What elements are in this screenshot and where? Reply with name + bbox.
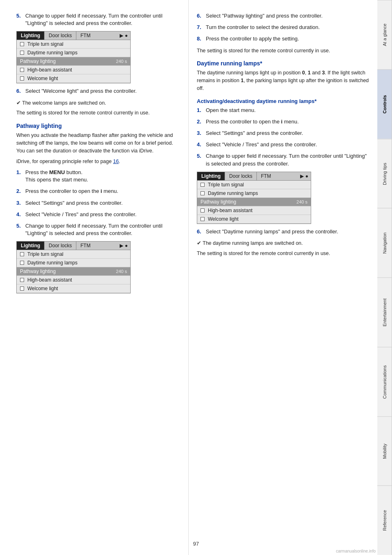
ui-checkbox-triple-3 xyxy=(200,183,205,187)
page-number: 97 xyxy=(193,541,199,547)
ui-checkbox-highbeam-1 xyxy=(20,68,24,72)
pathway-step-5-num: 5. xyxy=(16,222,24,237)
step-6-top-text: Select "Welcome light" and press the con… xyxy=(25,87,180,95)
sidebar-tab-entertainment[interactable]: Entertainment xyxy=(377,278,392,347)
ui-row-triple-1: Triple turn signal xyxy=(17,40,130,49)
ui-row-highbeam-3: High-beam assistant xyxy=(197,206,311,215)
pathway-step-1-text: Press the MENU button.This opens the sta… xyxy=(25,169,180,184)
ui-checkbox-highbeam-2 xyxy=(20,278,24,282)
ui-value-pathway-2: 240 s xyxy=(116,269,127,274)
ui-box-1: Lighting Door locks FTM ▶ ● Triple turn … xyxy=(16,31,131,83)
act-step-4: 4. Select "Vehicle / Tires" and press th… xyxy=(197,141,369,148)
ui-label-triple-2: Triple turn signal xyxy=(27,251,127,257)
act-step-3-text: Select "Settings" and press the controll… xyxy=(206,130,369,137)
ui-label-pathway-3: Pathway lighting xyxy=(200,199,296,205)
ui-checkbox-welcome-3 xyxy=(200,217,205,221)
pathway-step-5-text: Change to upper field if necessary. Turn… xyxy=(25,222,180,237)
checkmark-note-1: ✔ The welcome lamps are switched on. xyxy=(16,99,180,107)
ui-tab-lighting-3: Lighting xyxy=(197,172,225,180)
ui-tab-doorlocks-1: Door locks xyxy=(45,31,76,40)
act-step-2-text: Press the controller to open the i menu. xyxy=(206,118,369,125)
ui-tab-icons-3: ▶ ● xyxy=(298,172,311,180)
step-5-top: 5. Change to upper field if necessary. T… xyxy=(16,12,180,27)
act-step-5-num: 5. xyxy=(197,152,204,167)
pathway-step-4-num: 4. xyxy=(16,211,24,218)
ui-box-1-header: Lighting Door locks FTM ▶ ● xyxy=(17,31,130,40)
pathway-step-3-num: 3. xyxy=(16,199,24,207)
sidebar-tab-driving-tips[interactable]: Driving tips xyxy=(377,139,392,208)
ui-label-triple-1: Triple turn signal xyxy=(27,41,127,47)
left-column: 5. Change to upper field if necessary. T… xyxy=(0,0,189,555)
act-step-4-text: Select "Vehicle / Tires" and press the c… xyxy=(206,141,369,148)
step-6-top: 6. Select "Welcome light" and press the … xyxy=(16,87,180,95)
right-step-6: 6. Select "Pathway lighting" and press t… xyxy=(197,12,369,20)
pathway-step-3-text: Select "Settings" and press the controll… xyxy=(25,199,180,207)
ui-tab-ftm-1: FTM xyxy=(76,31,95,40)
right-step-8-num: 8. xyxy=(197,35,204,43)
sidebar-tab-navigation[interactable]: Navigation xyxy=(377,208,392,278)
right-step-6-text: Select "Pathway lighting" and press the … xyxy=(206,12,369,20)
ui-row-triple-3: Triple turn signal xyxy=(197,181,311,189)
act-step-2-num: 2. xyxy=(197,118,204,125)
main-content: 5. Change to upper field if necessary. T… xyxy=(0,0,377,555)
ui-row-highbeam-2: High-beam assistant xyxy=(17,276,130,284)
sidebar-tab-reference[interactable]: Reference xyxy=(377,486,392,555)
right-step-8-text: Press the controller to apply the settin… xyxy=(206,35,369,43)
ui-label-daytime-3: Daytime running lamps xyxy=(208,190,307,196)
sidebar-tab-controls[interactable]: Controls xyxy=(377,69,392,139)
ui-tab-lighting-1: Lighting xyxy=(17,31,45,40)
right-column: 6. Select "Pathway lighting" and press t… xyxy=(189,0,377,555)
ui-row-welcome-3: Welcome light xyxy=(197,215,311,224)
sidebar-tab-communications[interactable]: Communications xyxy=(377,347,392,416)
act-step-3: 3. Select "Settings" and press the contr… xyxy=(197,130,369,137)
ui-box-2-header: Lighting Door locks FTM ▶ ● xyxy=(17,242,130,250)
ui-tab-doorlocks-2: Door locks xyxy=(45,242,76,250)
ui-label-highbeam-1: High-beam assistant xyxy=(27,67,127,73)
pathway-step-2-num: 2. xyxy=(16,188,24,195)
ui-row-triple-2: Triple turn signal xyxy=(17,250,130,259)
pathway-step-3: 3. Select "Settings" and press the contr… xyxy=(16,199,180,207)
ui-row-pathway-1: Pathway lighting 240 s xyxy=(17,57,130,66)
pathway-step-2: 2. Press the controller to open the i me… xyxy=(16,188,180,195)
ui-row-pathway-3: Pathway lighting 240 s xyxy=(197,198,311,206)
section-body-pathway: When you activate the headlamp flasher a… xyxy=(16,132,180,154)
ui-checkbox-welcome-1 xyxy=(20,76,24,81)
ui-box-2: Lighting Door locks FTM ▶ ● Triple turn … xyxy=(16,241,131,293)
ui-row-highbeam-1: High-beam assistant xyxy=(17,66,130,74)
right-step-6b-text: Select "Daytime running lamps" and press… xyxy=(206,228,369,235)
right-step-8: 8. Press the controller to apply the set… xyxy=(197,35,369,43)
sidebar-tab-mobility[interactable]: Mobility xyxy=(377,416,392,486)
checkmark-note-2: ✔ The daytime running lamps are switched… xyxy=(197,239,369,247)
ui-row-daytime-1: Daytime running lamps xyxy=(17,49,130,57)
ui-label-welcome-3: Welcome light xyxy=(208,216,307,222)
ui-checkbox-triple-2 xyxy=(20,252,24,256)
bottom-credit: carmanualsonline.info xyxy=(336,549,376,553)
ui-tab-ftm-2: FTM xyxy=(76,242,95,250)
checkmark-icon-1: ✔ xyxy=(16,100,21,106)
section-heading-pathway: Pathway lighting xyxy=(16,123,180,129)
right-stored-note-2: The setting is stored for the remote con… xyxy=(197,250,369,257)
section-body-daytime: The daytime running lamps light up in po… xyxy=(197,69,369,92)
pathway-step-2-text: Press the controller to open the i menu. xyxy=(25,188,180,195)
right-step-6b: 6. Select "Daytime running lamps" and pr… xyxy=(197,228,369,235)
act-step-1-num: 1. xyxy=(197,107,204,114)
right-step-7-text: Turn the controller to select the desire… xyxy=(206,24,369,31)
ui-checkbox-daytime-1 xyxy=(20,51,24,55)
ui-label-highbeam-3: High-beam assistant xyxy=(208,208,307,213)
ui-label-welcome-1: Welcome light xyxy=(27,76,127,81)
sidebar-tab-at-a-glance[interactable]: At a glance xyxy=(377,0,392,69)
ui-box-3-header: Lighting Door locks FTM ▶ ● xyxy=(197,172,311,181)
ui-row-daytime-3: Daytime running lamps xyxy=(197,189,311,198)
ui-label-welcome-2: Welcome light xyxy=(27,286,127,291)
act-step-5: 5. Change to upper field if necessary. T… xyxy=(197,152,369,167)
ui-row-welcome-2: Welcome light xyxy=(17,284,130,293)
ui-label-pathway-1: Pathway lighting xyxy=(20,58,116,64)
stored-note-1: The setting is stored for the remote con… xyxy=(16,109,180,117)
act-step-2: 2. Press the controller to open the i me… xyxy=(197,118,369,125)
right-step-6b-num: 6. xyxy=(197,228,204,235)
sidebar: At a glance Controls Driving tips Naviga… xyxy=(377,0,392,555)
ui-row-pathway-2: Pathway lighting 240 s xyxy=(17,267,130,276)
step-5-top-num: 5. xyxy=(16,12,24,27)
pathway-step-1-num: 1. xyxy=(16,169,24,184)
ui-tab-doorlocks-3: Door locks xyxy=(225,172,257,180)
